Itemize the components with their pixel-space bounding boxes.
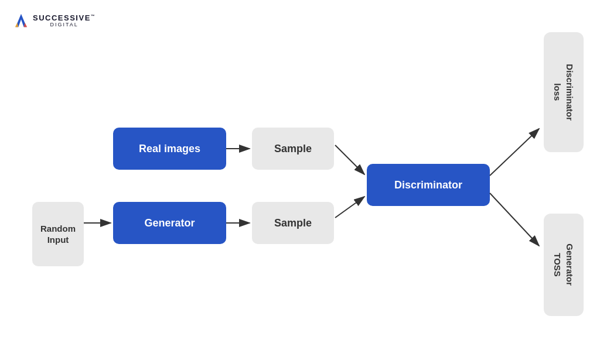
- arrow-discriminator-to-gen-loss: [490, 193, 539, 246]
- logo-text: SUCCESSIVE™ DIGITAL: [33, 14, 96, 29]
- arrow-sample-bottom-to-discriminator: [335, 197, 364, 218]
- generator-loss-box: GeneratorTOSS: [544, 214, 584, 316]
- logo-digital: DIGITAL: [33, 22, 96, 28]
- random-input-box: Random Input: [32, 202, 84, 266]
- arrows-overlay: [0, 0, 600, 364]
- discriminator-box: Discriminator: [367, 164, 490, 206]
- logo-successive: SUCCESSIVE™: [33, 14, 96, 23]
- diagram-container: SUCCESSIVE™ DIGITAL Real images Sample G…: [0, 0, 600, 364]
- real-images-box: Real images: [113, 128, 226, 170]
- arrow-sample-top-to-discriminator: [335, 145, 364, 174]
- sample-bottom-box: Sample: [252, 202, 334, 244]
- sample-top-box: Sample: [252, 128, 334, 170]
- arrow-discriminator-to-disc-loss: [490, 129, 539, 176]
- discriminator-loss-box: Discriminatorloss: [544, 32, 584, 152]
- generator-box: Generator: [113, 202, 226, 244]
- logo-icon: [13, 13, 29, 29]
- logo: SUCCESSIVE™ DIGITAL: [13, 13, 96, 29]
